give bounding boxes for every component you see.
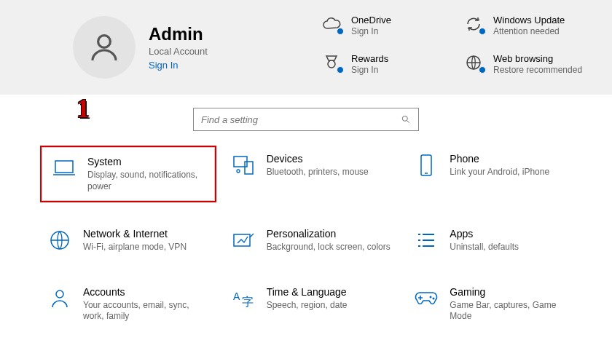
- tile-title: System: [87, 156, 205, 167]
- person-icon: [87, 30, 122, 65]
- tile-sub: Background, lock screen, colors: [267, 242, 391, 253]
- laptop-icon: [52, 156, 76, 181]
- tile-sub: Speech, region, date: [267, 300, 348, 312]
- tile-sub: Wi-Fi, airplane mode, VPN: [83, 242, 187, 253]
- tile-sub: Display, sound, notifications, power: [87, 170, 205, 192]
- search-box[interactable]: [193, 108, 419, 131]
- tile-title: Phone: [450, 153, 549, 165]
- medal-icon: [321, 53, 342, 72]
- status-grid: OneDrive Sign In Windows Update Attentio…: [321, 11, 590, 84]
- tile-title: Devices: [267, 153, 369, 165]
- tile-apps[interactable]: Apps Uninstall, defaults: [407, 221, 583, 261]
- tile-accounts[interactable]: Accounts Your accounts, email, sync, wor…: [40, 279, 216, 330]
- tile-devices[interactable]: Devices Bluetooth, printers, mouse: [224, 146, 400, 202]
- tile-sub: Uninstall, defaults: [450, 242, 519, 253]
- status-title: Web browsing: [493, 53, 582, 64]
- svg-point-6: [237, 170, 240, 173]
- globe-icon: [463, 53, 484, 72]
- status-title: Rewards: [351, 53, 388, 64]
- list-icon: [414, 228, 439, 253]
- svg-text:字: 字: [242, 296, 254, 308]
- status-title: Windows Update: [493, 15, 565, 25]
- status-title: OneDrive: [351, 15, 391, 25]
- tile-sub: Bluetooth, printers, mouse: [267, 167, 369, 178]
- devices-icon: [231, 153, 256, 178]
- svg-rect-7: [421, 155, 431, 175]
- svg-point-10: [56, 290, 63, 298]
- svg-point-0: [98, 36, 111, 48]
- tile-sub: Game Bar, captures, Game Mode: [450, 300, 576, 323]
- user-block: Admin Local Account Sign In: [73, 11, 321, 84]
- status-windows-update[interactable]: Windows Update Attention needed: [463, 15, 590, 46]
- phone-icon: [414, 153, 439, 178]
- tile-phone[interactable]: Phone Link your Android, iPhone: [407, 146, 583, 202]
- status-rewards[interactable]: Rewards Sign In: [321, 53, 448, 84]
- tile-system[interactable]: System Display, sound, notifications, po…: [40, 146, 216, 202]
- header-banner: Admin Local Account Sign In OneDrive Sig…: [0, 0, 612, 95]
- search-row: 1: [0, 108, 612, 131]
- svg-rect-3: [55, 161, 73, 173]
- user-name: Admin: [149, 24, 208, 44]
- tile-time-language[interactable]: A字 Time & Language Speech, region, date: [224, 279, 400, 330]
- tile-network[interactable]: Network & Internet Wi-Fi, airplane mode,…: [40, 221, 216, 261]
- step-marker: 1: [76, 93, 90, 124]
- svg-point-13: [430, 296, 432, 298]
- avatar[interactable]: [73, 16, 136, 79]
- status-web-browsing[interactable]: Web browsing Restore recommended: [463, 53, 590, 84]
- status-sub: Attention needed: [493, 26, 565, 36]
- tile-personalization[interactable]: Personalization Background, lock screen,…: [224, 221, 400, 261]
- status-sub: Sign In: [351, 65, 388, 75]
- tile-sub: Link your Android, iPhone: [450, 167, 549, 178]
- tile-title: Gaming: [450, 286, 576, 298]
- status-sub: Sign In: [351, 26, 391, 36]
- globe-icon: [47, 228, 72, 253]
- search-input[interactable]: [201, 114, 401, 125]
- gamepad-icon: [414, 286, 439, 311]
- tile-title: Time & Language: [267, 286, 348, 298]
- language-icon: A字: [231, 286, 256, 311]
- tile-sub: Your accounts, email, sync, work, family: [83, 300, 209, 323]
- svg-point-2: [402, 116, 407, 121]
- svg-text:A: A: [233, 290, 240, 302]
- search-icon: [401, 114, 411, 124]
- tile-title: Apps: [450, 228, 519, 240]
- status-sub: Restore recommended: [493, 65, 582, 75]
- status-onedrive[interactable]: OneDrive Sign In: [321, 15, 448, 46]
- cloud-icon: [321, 15, 342, 33]
- user-signin-link[interactable]: Sign In: [149, 60, 208, 71]
- settings-tiles: System Display, sound, notifications, po…: [0, 135, 612, 330]
- svg-point-14: [433, 297, 435, 299]
- sync-icon: [463, 15, 484, 33]
- paint-icon: [231, 228, 256, 253]
- tile-title: Network & Internet: [83, 228, 187, 240]
- person-icon: [47, 286, 72, 311]
- svg-rect-5: [245, 162, 253, 174]
- tile-title: Accounts: [83, 286, 209, 298]
- user-type: Local Account: [149, 46, 208, 57]
- tile-title: Personalization: [267, 228, 391, 240]
- tile-gaming[interactable]: Gaming Game Bar, captures, Game Mode: [407, 279, 583, 330]
